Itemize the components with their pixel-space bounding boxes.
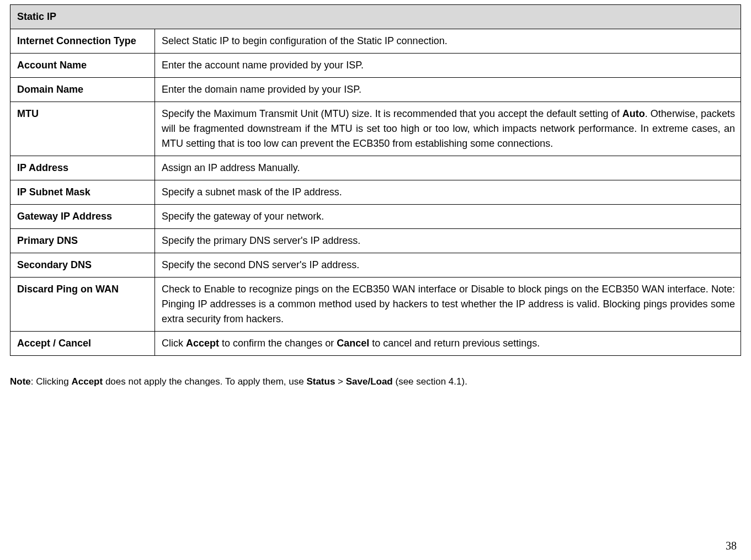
- row-label: Secondary DNS: [10, 253, 155, 278]
- static-ip-table: Static IPInternet Connection TypeSelect …: [10, 4, 741, 356]
- row-label: Account Name: [10, 54, 155, 78]
- row-description: Click Accept to confirm the changes or C…: [155, 332, 741, 356]
- row-description: Assign an IP address Manually.: [155, 156, 741, 180]
- table-row: MTUSpecify the Maximum Transmit Unit (MT…: [10, 102, 741, 156]
- row-label: Primary DNS: [10, 229, 155, 253]
- row-description: Select Static IP to begin configuration …: [155, 29, 741, 54]
- table-body: Static IPInternet Connection TypeSelect …: [10, 5, 741, 356]
- table-row: IP Subnet MaskSpecify a subnet mask of t…: [10, 180, 741, 205]
- row-label: Accept / Cancel: [10, 332, 155, 356]
- table-row: Domain NameEnter the domain name provide…: [10, 78, 741, 102]
- row-description: Enter the account name provided by your …: [155, 54, 741, 78]
- row-description: Check to Enable to recognize pings on th…: [155, 278, 741, 332]
- table-row: IP AddressAssign an IP address Manually.: [10, 156, 741, 180]
- row-label: Internet Connection Type: [10, 29, 155, 54]
- page-number: 38: [726, 540, 737, 552]
- row-description: Specify the gateway of your network.: [155, 205, 741, 229]
- row-label: IP Subnet Mask: [10, 180, 155, 205]
- row-label: Discard Ping on WAN: [10, 278, 155, 332]
- row-description: Specify the second DNS server's IP addre…: [155, 253, 741, 278]
- row-label: Domain Name: [10, 78, 155, 102]
- table-row: Secondary DNSSpecify the second DNS serv…: [10, 253, 741, 278]
- row-description: Specify the primary DNS server's IP addr…: [155, 229, 741, 253]
- table-header-cell: Static IP: [10, 5, 741, 29]
- table-row: Accept / CancelClick Accept to confirm t…: [10, 332, 741, 356]
- table-row: Primary DNSSpecify the primary DNS serve…: [10, 229, 741, 253]
- row-description: Specify the Maximum Transmit Unit (MTU) …: [155, 102, 741, 156]
- row-label: IP Address: [10, 156, 155, 180]
- table-row: Gateway IP AddressSpecify the gateway of…: [10, 205, 741, 229]
- table-row: Account NameEnter the account name provi…: [10, 54, 741, 78]
- table-header-row: Static IP: [10, 5, 741, 29]
- row-label: Gateway IP Address: [10, 205, 155, 229]
- row-description: Enter the domain name provided by your I…: [155, 78, 741, 102]
- table-row: Discard Ping on WANCheck to Enable to re…: [10, 278, 741, 332]
- note-text: Note: Clicking Accept does not apply the…: [10, 375, 741, 389]
- row-label: MTU: [10, 102, 155, 156]
- table-row: Internet Connection TypeSelect Static IP…: [10, 29, 741, 54]
- row-description: Specify a subnet mask of the IP address.: [155, 180, 741, 205]
